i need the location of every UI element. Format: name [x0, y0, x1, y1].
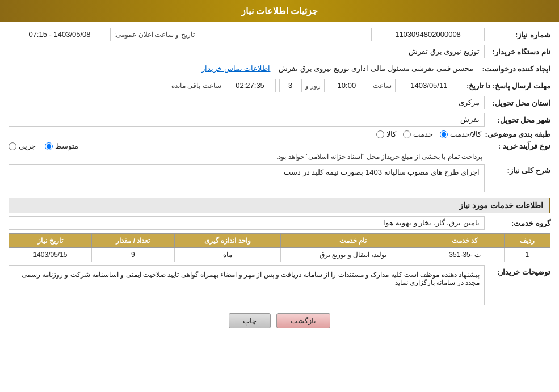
creator-value: محسن فمی تفرشی مسئول مالی اداری توزیع نی… — [9, 62, 478, 75]
print-button[interactable]: چاپ — [229, 313, 271, 328]
row-buyer-tips: توضیحات خریدار: پیشنهاد دهنده موظف است ک… — [9, 265, 550, 305]
col-row-number: ردیف — [504, 234, 550, 248]
col-service-code: کد خدمت — [426, 234, 504, 248]
category-both-radio[interactable] — [440, 130, 448, 138]
creator-name: محسن فمی تفرشی مسئول مالی اداری توزیع نی… — [279, 64, 474, 73]
deadline-date: 1403/05/11 — [395, 79, 463, 92]
category-option-goods[interactable]: کالا — [376, 130, 396, 138]
purchase-medium-radio[interactable] — [45, 142, 53, 150]
cell-row-number: 1 — [504, 248, 550, 262]
cell-service-name: تولید، انتقال و توزیع برق — [280, 248, 426, 262]
deadline-remaining-label: ساعت باقی مانده — [171, 82, 221, 90]
buyer-tips-label: توضیحات خریدار: — [488, 268, 550, 276]
creator-label: ایجاد کننده درخواست: — [482, 65, 550, 73]
page-container: جزئیات اطلاعات نیاز شماره نیاز: 11030948… — [0, 0, 559, 392]
row-category: طبقه بندی موضوعی: کالا خدمت کالا/خدمت — [9, 130, 550, 138]
purchase-type-partial[interactable]: جزیی — [9, 142, 36, 150]
purchase-partial-label: جزیی — [19, 142, 36, 150]
deadline-label: مهلت ارسال پاسخ: تا تاریخ: — [466, 82, 550, 90]
deadline-day-label: روز و — [305, 82, 321, 90]
table-header-row: ردیف کد خدمت نام خدمت واحد اندازه گیری ت… — [9, 234, 550, 248]
buyer-tips-value: پیشنهاد دهنده موظف است کلیه مدارک و مستن… — [9, 265, 485, 305]
cell-quantity: 9 — [91, 248, 174, 262]
col-service-name: نام خدمت — [280, 234, 426, 248]
page-title: جزئیات اطلاعات نیاز — [241, 6, 318, 16]
city-value: تفرش — [9, 113, 485, 127]
request-number-label: شماره نیاز: — [488, 31, 550, 39]
col-need-date: تاریخ نیاز — [9, 234, 92, 248]
creator-contact-link[interactable]: اطلاعات تماس خریدار — [201, 64, 270, 73]
main-content: شماره نیاز: 1103094802000008 تاریخ و ساع… — [0, 22, 559, 340]
category-both-label: کالا/خدمت — [450, 130, 482, 138]
row-deadline: مهلت ارسال پاسخ: تا تاریخ: 1403/05/11 سا… — [9, 79, 550, 92]
services-section-title: اطلاعات خدمات مورد نیاز — [9, 198, 550, 213]
announcement-date-value: 1403/05/08 - 07:15 — [9, 28, 111, 41]
services-table: ردیف کد خدمت نام خدمت واحد اندازه گیری ت… — [9, 233, 550, 262]
cell-need-date: 1403/05/15 — [9, 248, 92, 262]
row-creator: ایجاد کننده درخواست: محسن فمی تفرشی مسئو… — [9, 62, 550, 75]
row-purchase-type: نوع فرآیند خرید : جزیی متوسط پرداخت تمام… — [9, 142, 550, 161]
buyer-org-label: نام دستگاه خریدار: — [488, 48, 550, 56]
page-header: جزئیات اطلاعات نیاز — [0, 0, 559, 22]
cell-service-code: ت -35-351 — [426, 248, 504, 262]
category-label: طبقه بندی موضوعی: — [485, 130, 550, 138]
deadline-days: 3 — [279, 79, 302, 92]
back-button[interactable]: بازگشت — [276, 313, 330, 328]
category-option-service[interactable]: خدمت — [403, 130, 433, 138]
category-option-both[interactable]: کالا/خدمت — [440, 130, 482, 138]
deadline-time-label: ساعت — [373, 82, 392, 90]
cell-unit: ماه — [174, 248, 280, 262]
request-number-value: 1103094802000008 — [371, 28, 485, 41]
col-unit: واحد اندازه گیری — [174, 234, 280, 248]
purchase-radio-group: جزیی متوسط — [9, 142, 485, 150]
row-buyer-org: نام دستگاه خریدار: توزیع نیروی برق تفرش — [9, 45, 550, 58]
deadline-time: 10:00 — [324, 79, 369, 92]
category-radio-group: کالا خدمت کالا/خدمت — [376, 130, 482, 138]
service-group-value: تامین برق، گاز، بخار و تهویه هوا — [9, 216, 485, 230]
button-row: بازگشت چاپ — [9, 313, 550, 328]
province-value: مرکزی — [9, 96, 485, 109]
announcement-date-label: تاریخ و ساعت اعلان عمومی: — [114, 31, 195, 39]
row-description: شرح کلی نیاز: اجرای طرح های مصوب سالیانه… — [9, 164, 550, 192]
purchase-type-medium[interactable]: متوسط — [45, 142, 78, 150]
row-city: شهر محل تحویل: تفرش — [9, 113, 550, 127]
col-quantity: تعداد / مقدار — [91, 234, 174, 248]
description-label: شرح کلی نیاز: — [488, 166, 550, 175]
purchase-medium-label: متوسط — [55, 142, 78, 150]
purchase-partial-radio[interactable] — [9, 142, 16, 150]
description-value: اجرای طرح های مصوب سالیانه 1403 بصورت نی… — [9, 164, 485, 192]
row-province: استان محل تحویل: مرکزی — [9, 96, 550, 109]
purchase-type-description: پرداخت تمام یا بخشی از مبلغ خریداز محل "… — [9, 153, 485, 161]
category-service-radio[interactable] — [403, 130, 411, 138]
category-service-label: خدمت — [413, 130, 433, 138]
purchase-type-label: نوع فرآیند خرید : — [488, 142, 550, 150]
buyer-org-value: توزیع نیروی برق تفرش — [9, 45, 485, 58]
deadline-remaining: 02:27:35 — [225, 79, 276, 92]
table-row: 1 ت -35-351 تولید، انتقال و توزیع برق ما… — [9, 248, 550, 262]
category-goods-label: کالا — [386, 130, 396, 138]
service-group-label: گروه خدمت: — [488, 219, 550, 227]
city-label: شهر محل تحویل: — [488, 116, 550, 124]
row-request-number: شماره نیاز: 1103094802000008 تاریخ و ساع… — [9, 28, 550, 41]
row-service-group: گروه خدمت: تامین برق، گاز، بخار و تهویه … — [9, 216, 550, 230]
purchase-type-options: جزیی متوسط پرداخت تمام یا بخشی از مبلغ خ… — [9, 142, 485, 161]
services-table-container: ردیف کد خدمت نام خدمت واحد اندازه گیری ت… — [9, 233, 550, 262]
province-label: استان محل تحویل: — [488, 99, 550, 107]
category-goods-radio[interactable] — [376, 130, 384, 138]
